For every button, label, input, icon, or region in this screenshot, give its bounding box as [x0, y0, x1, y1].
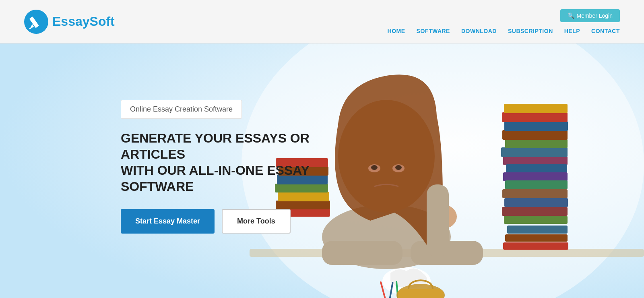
- svg-rect-23: [503, 172, 568, 181]
- site-header: EssaySoft 🔍 Member Login HOME SOFTWARE D…: [0, 0, 644, 43]
- svg-rect-27: [502, 207, 568, 216]
- header-right: 🔍 Member Login HOME SOFTWARE DOWNLOAD SU…: [388, 9, 620, 34]
- svg-rect-41: [427, 184, 449, 257]
- hero-subtitle-box: Online Essay Creation Software: [121, 100, 242, 119]
- svg-rect-25: [502, 189, 568, 198]
- hero-heading: GENERATE YOUR ESSAYS OR ARTICLES WITH OU…: [121, 130, 346, 195]
- svg-rect-21: [504, 104, 568, 113]
- svg-point-40: [395, 165, 402, 170]
- nav-download[interactable]: DOWNLOAD: [461, 28, 497, 34]
- logo[interactable]: EssaySoft: [24, 10, 115, 34]
- nav-subscription[interactable]: SUBSCRIPTION: [508, 28, 553, 34]
- svg-rect-22: [506, 164, 567, 173]
- member-login-icon: 🔍: [568, 12, 574, 19]
- svg-rect-24: [505, 180, 568, 189]
- svg-rect-18: [502, 130, 568, 140]
- member-login-button[interactable]: 🔍 Member Login: [560, 9, 620, 22]
- svg-rect-15: [503, 156, 568, 165]
- svg-rect-30: [505, 234, 568, 242]
- svg-rect-17: [505, 139, 568, 148]
- svg-rect-29: [507, 226, 568, 234]
- svg-rect-31: [503, 242, 568, 250]
- hero-content: Online Essay Creation Software GENERATE …: [121, 100, 346, 234]
- svg-rect-19: [504, 121, 568, 131]
- hero-section: Online Essay Creation Software GENERATE …: [0, 43, 644, 298]
- main-nav: HOME SOFTWARE DOWNLOAD SUBSCRIPTION HELP…: [388, 28, 620, 34]
- svg-point-39: [371, 165, 378, 170]
- nav-software[interactable]: SOFTWARE: [417, 28, 450, 34]
- start-essay-master-button[interactable]: Start Essay Master: [121, 209, 215, 234]
- svg-rect-46: [398, 289, 444, 298]
- nav-contact[interactable]: CONTACT: [591, 28, 620, 34]
- hero-buttons: Start Essay Master More Tools: [121, 209, 346, 234]
- svg-rect-28: [504, 216, 568, 224]
- more-tools-button[interactable]: More Tools: [222, 209, 291, 234]
- hero-subtitle: Online Essay Creation Software: [130, 105, 233, 113]
- svg-rect-33: [322, 241, 402, 265]
- svg-rect-20: [502, 112, 568, 122]
- logo-text: EssaySoft: [52, 14, 115, 29]
- nav-help[interactable]: HELP: [564, 28, 580, 34]
- nav-home[interactable]: HOME: [388, 28, 405, 34]
- svg-rect-26: [504, 198, 568, 207]
- logo-icon: [24, 10, 48, 34]
- svg-rect-16: [501, 147, 568, 157]
